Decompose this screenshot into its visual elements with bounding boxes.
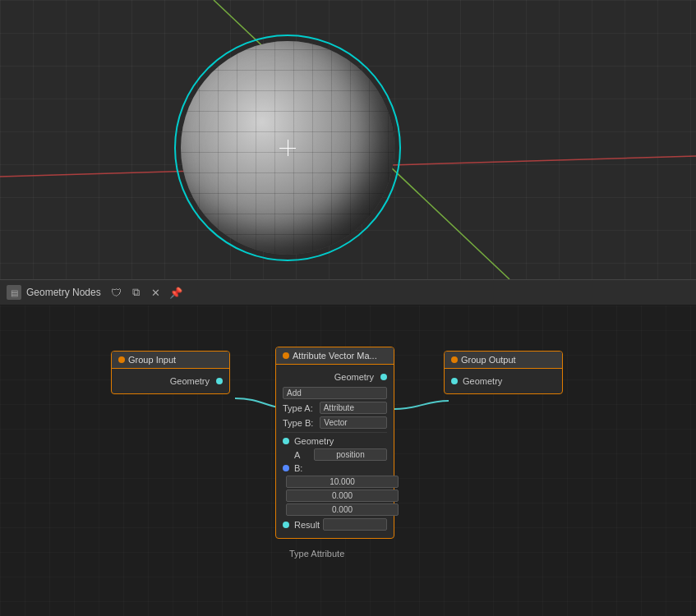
attr-vec-body: Geometry Add Type A: Attribute Type B: (276, 365, 394, 538)
operation-select[interactable]: Add (283, 387, 387, 399)
attr-geometry-out-label: Geometry (334, 372, 374, 382)
b-z-row (283, 503, 387, 516)
b-socket[interactable] (283, 465, 289, 471)
attr-vec-header: Attribute Vector Ma... (276, 347, 394, 365)
node-editor[interactable]: Group Input Geometry Group Output Geomet… (0, 306, 696, 616)
result-label: Result (294, 520, 320, 530)
b-label: B: (294, 463, 302, 473)
operation-row: Add (283, 387, 387, 399)
geometry-in-label-out: Geometry (463, 376, 502, 386)
geometry-output-row: Geometry (118, 376, 223, 386)
type-b-row: Type B: Vector (283, 416, 387, 429)
attr-vec-title: Attribute Vector Ma... (293, 351, 377, 361)
attr-vec-dot (283, 352, 289, 359)
group-output-body: Geometry (445, 369, 562, 393)
editor-title: Geometry Nodes (26, 287, 101, 298)
group-output-header: Group Output (445, 352, 562, 369)
header-bar: ▤ Geometry Nodes 🛡 ⧉ ✕ 📌 (0, 279, 696, 306)
close-button[interactable]: ✕ (149, 285, 164, 300)
a-label: A (294, 450, 311, 460)
group-input-node[interactable]: Group Input Geometry (111, 351, 230, 394)
b-label-row: B: (283, 463, 387, 473)
b-y-row (283, 490, 387, 502)
node-dot-out (451, 356, 458, 363)
group-input-title: Group Input (128, 355, 176, 365)
type-b-select[interactable]: Vector (320, 416, 387, 429)
header-actions: 🛡 ⧉ ✕ 📌 (109, 285, 183, 300)
copy-button[interactable]: ⧉ (129, 285, 144, 300)
divider1 (283, 432, 387, 433)
editor-type-icon[interactable]: ▤ (7, 285, 21, 300)
b-x-field[interactable] (286, 476, 399, 488)
a-value-field[interactable] (314, 448, 387, 461)
attr-geometry-output-socket[interactable] (380, 374, 387, 380)
geometry-input-row-out: Geometry (451, 376, 555, 386)
type-a-select[interactable]: Attribute (320, 402, 387, 414)
type-attribute-label-container: Type Attribute (286, 548, 348, 559)
group-output-title: Group Output (461, 355, 516, 365)
b-x-row (283, 476, 387, 488)
type-attribute-label: Type Attribute (286, 547, 348, 560)
b-y-field[interactable] (286, 490, 399, 502)
geometry-in-label: Geometry (294, 436, 334, 446)
a-row: A (283, 448, 387, 461)
node-dot (118, 356, 125, 363)
attr-geometry-out-row: Geometry (283, 372, 387, 382)
result-socket[interactable] (283, 522, 289, 528)
origin-crosshair (279, 140, 296, 156)
b-z-field[interactable] (286, 503, 399, 516)
type-a-row: Type A: Attribute (283, 402, 387, 414)
geometry-in-socket[interactable] (283, 438, 289, 444)
type-a-label: Type A: (283, 403, 313, 413)
geometry-output-socket[interactable] (216, 378, 223, 384)
geometry-out-label: Geometry (170, 376, 210, 386)
group-output-node[interactable]: Group Output Geometry (444, 351, 563, 394)
3d-viewport[interactable] (0, 0, 696, 279)
geometry-in-row: Geometry (283, 436, 387, 446)
group-input-header: Group Input (112, 352, 229, 369)
pin-button[interactable]: 📌 (168, 285, 183, 300)
sphere-object (181, 41, 394, 255)
shield-button[interactable]: 🛡 (109, 285, 124, 300)
sphere-mesh (181, 41, 394, 255)
geometry-input-socket-out[interactable] (451, 378, 458, 384)
result-row: Result (283, 518, 387, 531)
attr-vec-math-node[interactable]: Attribute Vector Ma... Geometry Add Type… (275, 347, 394, 539)
type-b-label: Type B: (283, 418, 313, 428)
result-value-field[interactable] (323, 518, 387, 531)
group-input-body: Geometry (112, 369, 229, 393)
